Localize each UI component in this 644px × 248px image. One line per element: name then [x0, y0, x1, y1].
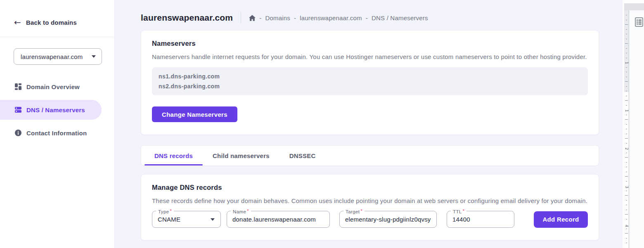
breadcrumb-dns-nameservers: DNS / Nameservers [372, 14, 428, 21]
breadcrumb-separator: - [366, 14, 368, 21]
dashboard-icon [15, 83, 21, 90]
ruler-mark: 1 [624, 61, 629, 65]
manage-dns-records-card: Manage DNS records These records define … [141, 174, 599, 241]
tab-dnssec[interactable]: DNSSEC [279, 146, 326, 165]
sidebar-item-label: Domain Overview [26, 83, 80, 90]
target-field-label: Target* [343, 208, 365, 215]
name-field-label: Name* [231, 208, 251, 215]
vertical-ruler: 1 1 2 3 4 [624, 10, 629, 248]
document-list-icon[interactable] [635, 17, 643, 28]
home-icon[interactable] [249, 15, 256, 21]
add-record-form: Type* CNAME Name* Target* TTL* Add Recor… [152, 211, 588, 228]
required-marker: * [247, 208, 249, 213]
add-record-button[interactable]: Add Record [534, 211, 588, 228]
sidebar-item-domain-overview[interactable]: Domain Overview [0, 77, 102, 97]
sidebar-menu: Domain Overview DNS / Nameservers [0, 77, 115, 143]
ruler-margin-zone [624, 10, 629, 92]
main-content: laurenswapenaar.com - Domains - laurensw… [115, 0, 623, 248]
ruler-mark: 4 [624, 224, 629, 228]
sidebar-item-dns-nameservers[interactable]: DNS / Nameservers [0, 100, 102, 120]
record-target-field: Target* [339, 211, 437, 228]
document-toolbar-edge [624, 3, 644, 10]
sidebar-divider [0, 37, 115, 37]
back-to-domains-link[interactable]: ← Back to domains [14, 18, 77, 26]
info-icon [15, 130, 21, 136]
breadcrumb-domains[interactable]: Domains [265, 14, 290, 21]
breadcrumb-domain-name[interactable]: laurenswapenaar.com [300, 14, 362, 21]
ruler-mark: 1 [624, 109, 629, 113]
sidebar-item-contact-information[interactable]: Contact Information [0, 123, 102, 143]
dns-records-icon [15, 106, 21, 113]
required-marker: * [170, 208, 172, 213]
record-ttl-field: TTL* [447, 211, 514, 228]
background-document-window: 1 1 2 3 4 [623, 0, 644, 248]
page-title: laurenswapenaar.com [141, 13, 233, 23]
record-type-select[interactable]: Type* CNAME [152, 211, 221, 228]
record-name-field: Name* [227, 211, 330, 228]
nameserver-1: ns1.dns-parking.com [159, 72, 581, 80]
ruler-mark: 3 [624, 185, 629, 189]
nameserver-2: ns2.dns-parking.com [159, 82, 581, 90]
nameservers-card-title: Nameservers [152, 40, 588, 47]
ruler-mark: 2 [624, 146, 629, 151]
back-arrow-icon: ← [14, 18, 21, 26]
type-field-label: Type* [156, 208, 174, 215]
domain-selector-value: laurenswapenaar.com [21, 53, 83, 60]
manage-card-title: Manage DNS records [152, 184, 588, 191]
manage-card-description: These records define how your domain beh… [152, 197, 588, 204]
breadcrumb-separator: - [259, 14, 261, 21]
chevron-down-icon [211, 218, 215, 221]
required-marker: * [463, 208, 465, 213]
chevron-down-icon [92, 55, 96, 58]
dns-tabs: DNS records Child nameservers DNSSEC [141, 145, 599, 166]
page-header: laurenswapenaar.com - Domains - laurensw… [141, 12, 428, 24]
tab-dns-records[interactable]: DNS records [144, 146, 203, 165]
breadcrumb: - Domains - laurenswapenaar.com - DNS / … [249, 14, 428, 21]
nameservers-card-description: Nameservers handle internet requests for… [152, 53, 588, 60]
nameservers-card: Nameservers Nameservers handle internet … [141, 30, 599, 135]
sidebar: ← Back to domains laurenswapenaar.com Do… [0, 0, 115, 248]
nameservers-list: ns1.dns-parking.com ns2.dns-parking.com [152, 67, 588, 95]
breadcrumb-separator: - [294, 14, 296, 21]
domain-selector[interactable]: laurenswapenaar.com [14, 48, 102, 65]
sidebar-item-label: Contact Information [26, 130, 87, 137]
change-nameservers-button[interactable]: Change Nameservers [152, 106, 237, 122]
sidebar-item-label: DNS / Nameservers [26, 106, 85, 113]
ttl-field-label: TTL* [451, 208, 466, 215]
back-to-domains-label: Back to domains [26, 19, 77, 26]
document-window-top [623, 0, 644, 3]
tab-child-nameservers[interactable]: Child nameservers [203, 146, 279, 165]
record-type-value: CNAME [158, 216, 180, 223]
header-divider [241, 12, 241, 24]
required-marker: * [360, 208, 362, 213]
